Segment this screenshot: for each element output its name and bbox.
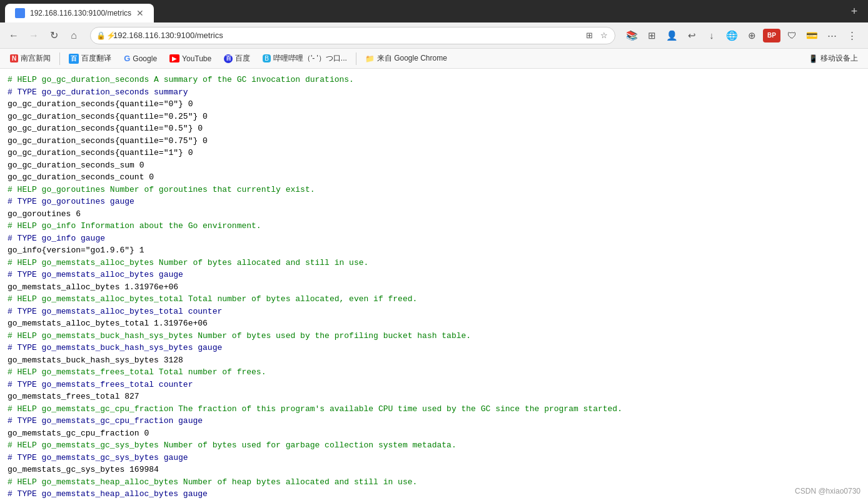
metrics-line: go_goroutines 6: [8, 209, 81, 219]
metrics-line: # TYPE go_memstats_alloc_bytes gauge: [8, 270, 183, 279]
history-back-icon[interactable]: ↩: [683, 27, 700, 44]
bookmark-label-mobile: 移动设备上: [820, 53, 858, 64]
profile-icon[interactable]: 👤: [663, 27, 680, 44]
bookmark-chrome[interactable]: 📁 来自 Google Chrome: [360, 52, 452, 65]
qr-code-icon[interactable]: ⊞: [583, 29, 595, 42]
metrics-line: # TYPE go_memstats_gc_cpu_fraction gauge: [8, 416, 203, 426]
bookmark-label-bilibili: 哔哩哔哩（'- '）つ口...: [273, 53, 347, 64]
active-tab[interactable]: 192.168.116.130:9100/metrics ✕: [5, 4, 154, 22]
bookmark-icon-google: G: [124, 54, 130, 63]
bookmark-icon-youtube: ▶: [169, 54, 179, 62]
bookmark-label-nangong: 南宫新闻: [21, 53, 51, 64]
new-tab-button[interactable]: +: [845, 2, 863, 20]
metrics-line: # HELP go_memstats_gc_sys_bytes Number o…: [8, 441, 457, 450]
metrics-line: go_memstats_frees_total 827: [8, 392, 139, 401]
more-menu-button[interactable]: ⋯: [823, 27, 840, 44]
bookmark-icon-translate: 百: [69, 54, 79, 64]
metrics-line: # HELP go_gc_duration_seconds A summary …: [8, 75, 354, 84]
metrics-line: go_gc_duration_seconds{quantile="0.5"} 0: [8, 124, 203, 133]
metrics-line: # TYPE go_memstats_buck_hash_sys_bytes g…: [8, 343, 222, 352]
metrics-line: # TYPE go_memstats_gc_sys_bytes gauge: [8, 453, 188, 462]
tab-bar: 192.168.116.130:9100/metrics ✕ +: [0, 0, 868, 22]
metrics-line: go_memstats_gc_cpu_fraction 0: [8, 429, 149, 438]
bookmark-label-google: Google: [133, 54, 157, 63]
bookmark-separator-1: [59, 52, 60, 65]
page-content: # HELP go_gc_duration_seconds A summary …: [0, 69, 868, 503]
bookmark-nangong[interactable]: N 南宫新闻: [5, 52, 56, 65]
metrics-line: go_gc_duration_seconds{quantile="0.75"} …: [8, 136, 208, 146]
bookmark-label-chrome: 来自 Google Chrome: [377, 53, 447, 64]
metrics-line: go_gc_duration_seconds_sum 0: [8, 161, 144, 170]
tab-favicon: [15, 8, 25, 18]
metrics-line: # TYPE go_goroutines gauge: [8, 197, 134, 206]
tab-close-button[interactable]: ✕: [136, 8, 144, 18]
metrics-line: # HELP go_memstats_alloc_bytes_total Tot…: [8, 294, 417, 304]
metrics-line: go_memstats_buck_hash_sys_bytes 3128: [8, 356, 183, 365]
collections-icon[interactable]: ⊕: [743, 27, 760, 44]
reload-button[interactable]: ↻: [45, 27, 63, 44]
bookmark-star-icon[interactable]: ☆: [598, 29, 610, 42]
watermark: CSDN @hxiao0730: [795, 487, 860, 496]
metrics-line: go_gc_duration_seconds{quantile="0.25"} …: [8, 112, 208, 121]
metrics-line: # TYPE go_memstats_frees_total counter: [8, 380, 193, 389]
metrics-line: # TYPE go_info gauge: [8, 234, 105, 243]
address-input[interactable]: [90, 27, 615, 44]
downloads-icon[interactable]: ↓: [703, 27, 720, 44]
metrics-line: # HELP go_memstats_alloc_bytes Number of…: [8, 258, 368, 267]
connection-icon: ⚡: [106, 31, 116, 40]
home-button[interactable]: ⌂: [65, 27, 83, 44]
wallet-icon[interactable]: 💳: [803, 27, 820, 44]
bookmark-youtube[interactable]: ▶ YouTube: [164, 53, 216, 64]
metrics-line: go_gc_duration_seconds{quantile="0"} 0: [8, 99, 193, 109]
metrics-line: go_memstats_alloc_bytes 1.31976e+06: [8, 282, 178, 292]
nav-bar: ← → ↻ ⌂ 🔒 ⚡ ⊞ ☆ 📚 ⊞ 👤 ↩ ↓ 🌐 ⊕ BP 🛡 💳 ⋯ ⋮: [0, 22, 868, 49]
metrics-line: # TYPE go_gc_duration_seconds summary: [8, 87, 188, 97]
settings-button[interactable]: ⋮: [843, 27, 860, 44]
metrics-line: # HELP go_goroutines Number of goroutine…: [8, 185, 315, 194]
bookmark-icon-baidu: 百: [224, 54, 233, 63]
metrics-line: # HELP go_memstats_heap_alloc_bytes Numb…: [8, 477, 417, 487]
bookmark-mobile[interactable]: 📱 移动设备上: [804, 52, 863, 65]
reading-list-icon[interactable]: 📚: [623, 27, 640, 44]
metrics-line: # TYPE go_memstats_alloc_bytes_total cou…: [8, 307, 222, 316]
bookmark-icon-bilibili: B: [263, 54, 271, 62]
translate-icon[interactable]: 🌐: [723, 27, 740, 44]
bookmark-icon-nangong: N: [10, 54, 18, 62]
browser-chrome: 192.168.116.130:9100/metrics ✕ + ← → ↻ ⌂…: [0, 0, 868, 69]
tab-title: 192.168.116.130:9100/metrics: [30, 9, 131, 17]
extension-button[interactable]: BP: [763, 29, 780, 42]
bookmark-icon-mobile: 📱: [809, 54, 818, 63]
bookmark-label-translate: 百度翻译: [81, 53, 111, 64]
svg-point-0: [17, 10, 23, 16]
address-right-icons: ⊞ ☆: [583, 29, 610, 42]
metrics-line: go_gc_duration_seconds{quantile="1"} 0: [8, 148, 193, 157]
metrics-line: # HELP go_memstats_buck_hash_sys_bytes N…: [8, 331, 471, 341]
metrics-line: go_memstats_gc_sys_bytes 169984: [8, 465, 159, 474]
bookmark-bilibili[interactable]: B 哔哩哔哩（'- '）つ口...: [258, 52, 352, 65]
bookmark-google[interactable]: G Google: [119, 52, 162, 64]
security-icon: 🔒: [96, 31, 106, 40]
bookmark-separator-2: [356, 52, 356, 65]
bookmarks-bar: N 南宫新闻 百 百度翻译 G Google ▶ YouTube 百 百度 B …: [0, 49, 868, 69]
favorites-icon[interactable]: ⊞: [643, 27, 660, 44]
metrics-line: # HELP go_info Information about the Go …: [8, 221, 261, 231]
address-bar-container: 🔒 ⚡ ⊞ ☆: [90, 27, 615, 44]
back-button[interactable]: ←: [5, 27, 23, 44]
bookmark-label-youtube: YouTube: [182, 54, 211, 63]
bookmark-baidu-translate[interactable]: 百 百度翻译: [64, 52, 116, 65]
bookmark-label-baidu: 百度: [235, 53, 250, 64]
metrics-line: go_memstats_alloc_bytes_total 1.31976e+0…: [8, 319, 208, 328]
bookmark-icon-chrome: 📁: [365, 54, 375, 63]
nav-right-icons: 📚 ⊞ 👤 ↩ ↓ 🌐 ⊕ BP 🛡 💳 ⋯ ⋮: [623, 27, 860, 44]
metrics-line: go_info{version="go1.9.6"} 1: [8, 246, 144, 255]
metrics-line: go_gc_duration_seconds_count 0: [8, 172, 154, 182]
metrics-line: # TYPE go_memstats_heap_alloc_bytes gaug…: [8, 489, 208, 499]
metrics-line: # HELP go_memstats_gc_cpu_fraction The f…: [8, 404, 622, 414]
bookmark-baidu[interactable]: 百 百度: [219, 52, 255, 65]
forward-button[interactable]: →: [25, 27, 43, 44]
metrics-line: # HELP go_memstats_frees_total Total num…: [8, 367, 266, 377]
vpn-icon[interactable]: 🛡: [783, 27, 800, 44]
